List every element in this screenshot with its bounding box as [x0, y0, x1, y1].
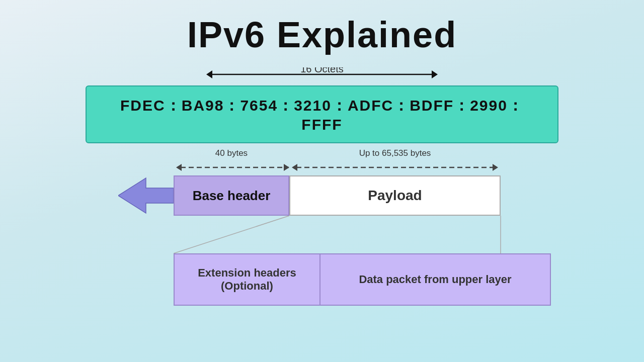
dashed-arrows-svg	[174, 159, 501, 175]
octets-arrow: 16 Octets	[201, 67, 443, 81]
ext-headers-label: Extension headers(Optional)	[198, 266, 296, 293]
svg-text:16 Octets: 16 Octets	[300, 67, 344, 74]
bottom-boxes-row: Extension headers(Optional) Data packet …	[118, 253, 551, 306]
packet-row: Base header Payload	[118, 175, 551, 216]
bottom-boxes: Extension headers(Optional) Data packet …	[174, 253, 551, 306]
ipv6-address: FDEC：BA98：7654：3210：ADFC：BDFF：2990：FFFF	[120, 97, 524, 133]
base-header-label: Base header	[193, 188, 271, 204]
ipv6-address-box: FDEC：BA98：7654：3210：ADFC：BDFF：2990：FFFF	[86, 85, 558, 143]
page-title: IPv6 Explained	[187, 0, 457, 55]
expansion-lines-svg	[174, 216, 556, 253]
bytes-row: 40 bytes Up to 65,535 bytes	[174, 148, 501, 158]
packet-area: 40 bytes Up to 65,535 bytes	[118, 148, 556, 306]
left-big-arrow-icon	[118, 175, 174, 216]
bottom-spacer	[118, 253, 174, 306]
data-packet-label: Data packet from upper layer	[359, 273, 511, 286]
payload-box: Payload	[289, 175, 501, 216]
octets-label-row: 16 Octets	[201, 67, 443, 81]
base-bytes-label: 40 bytes	[174, 148, 289, 158]
base-header-box: Base header	[174, 175, 289, 216]
bytes-and-arrows: 40 bytes Up to 65,535 bytes	[174, 148, 501, 175]
svg-marker-10	[118, 178, 174, 213]
ext-headers-box: Extension headers(Optional)	[175, 254, 320, 305]
octets-section: 16 Octets FDEC：BA98：7654：3210：ADFC：BDFF：…	[86, 67, 558, 143]
payload-label: Payload	[368, 188, 422, 204]
left-arrow-container	[118, 175, 174, 216]
svg-marker-9	[493, 164, 498, 171]
data-packet-box: Data packet from upper layer	[320, 254, 550, 305]
svg-marker-2	[432, 70, 438, 78]
payload-bytes-label: Up to 65,535 bytes	[289, 148, 501, 158]
svg-line-11	[174, 216, 289, 253]
svg-marker-6	[284, 164, 289, 171]
